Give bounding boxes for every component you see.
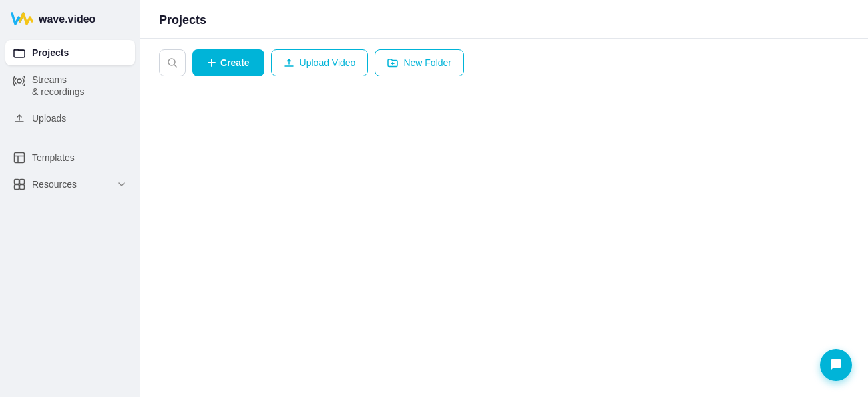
main-body xyxy=(140,87,868,397)
sidebar: wave.video Projects xyxy=(0,0,140,397)
sidebar-item-resources[interactable]: Resources xyxy=(5,172,135,197)
new-folder-label: New Folder xyxy=(403,57,451,68)
new-folder-button[interactable]: New Folder xyxy=(375,49,464,76)
sidebar-item-uploads[interactable]: Uploads xyxy=(5,106,135,131)
toolbar: Create Upload Video New Folder xyxy=(140,39,868,87)
search-icon xyxy=(167,57,178,68)
sidebar-item-uploads-label: Uploads xyxy=(32,113,66,124)
main-content: Projects Create Upload Video xyxy=(140,0,868,397)
search-button[interactable] xyxy=(159,49,186,76)
resources-left: Resources xyxy=(13,178,77,190)
chevron-down-icon xyxy=(116,179,127,190)
main-header: Projects xyxy=(140,0,868,39)
sidebar-item-resources-label: Resources xyxy=(32,179,77,190)
page-title: Projects xyxy=(159,13,849,27)
svg-rect-5 xyxy=(15,185,19,190)
create-button[interactable]: Create xyxy=(192,49,264,76)
svg-rect-0 xyxy=(14,50,25,57)
chat-button[interactable] xyxy=(820,349,852,381)
create-button-label: Create xyxy=(220,57,250,68)
sidebar-item-projects[interactable]: Projects xyxy=(5,40,135,65)
new-folder-icon xyxy=(387,57,398,68)
upload-video-icon xyxy=(284,57,294,68)
folder-icon xyxy=(13,47,25,59)
svg-rect-6 xyxy=(20,185,25,190)
svg-point-1 xyxy=(17,79,21,83)
resources-icon xyxy=(13,178,25,190)
upload-icon xyxy=(13,112,25,124)
sidebar-item-projects-label: Projects xyxy=(32,47,69,58)
svg-rect-4 xyxy=(20,180,25,184)
sidebar-item-templates[interactable]: Templates xyxy=(5,145,135,170)
logo: wave.video xyxy=(0,0,140,40)
sidebar-navigation: Projects Streams & recordings xyxy=(0,40,140,197)
svg-rect-3 xyxy=(15,180,19,184)
logo-text: wave.video xyxy=(39,13,95,25)
sidebar-item-streams[interactable]: Streams & recordings xyxy=(5,67,135,104)
streams-icon xyxy=(13,75,25,87)
upload-video-button[interactable]: Upload Video xyxy=(271,49,369,76)
upload-video-label: Upload Video xyxy=(300,57,356,68)
svg-rect-2 xyxy=(15,153,25,163)
sidebar-divider xyxy=(13,138,127,138)
templates-icon xyxy=(13,152,25,164)
logo-icon xyxy=(11,12,33,27)
plus-icon xyxy=(207,58,216,68)
sidebar-item-templates-label: Templates xyxy=(32,152,75,163)
sidebar-item-streams-label: Streams & recordings xyxy=(32,74,85,98)
chat-icon xyxy=(829,358,843,372)
